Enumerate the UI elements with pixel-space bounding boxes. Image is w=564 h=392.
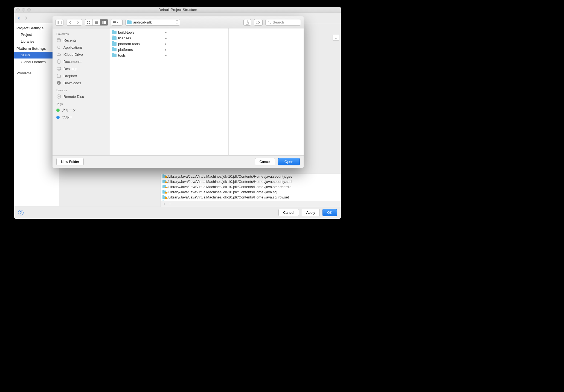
tags-header: Tags bbox=[53, 100, 110, 107]
svg-rect-26 bbox=[57, 67, 61, 70]
add-icon[interactable]: + bbox=[163, 201, 165, 206]
folder-icon bbox=[162, 185, 166, 188]
close-icon[interactable] bbox=[16, 8, 20, 11]
forward-arrow-icon[interactable] bbox=[24, 16, 28, 21]
window-title: Default Project Structure bbox=[31, 8, 325, 12]
folder-row-platforms[interactable]: platforms▶ bbox=[110, 47, 169, 52]
recents-icon bbox=[56, 38, 61, 43]
svg-rect-13 bbox=[114, 21, 115, 22]
column-view-icon[interactable] bbox=[100, 19, 108, 25]
more-button[interactable]: ... bbox=[333, 35, 339, 41]
classpath-footer: + − bbox=[161, 201, 341, 207]
remove-icon[interactable]: − bbox=[169, 201, 171, 206]
finder-cancel-button[interactable]: Cancel bbox=[255, 158, 275, 165]
finder-open-button[interactable]: Open bbox=[278, 158, 300, 165]
chevron-right-icon: ▶ bbox=[165, 48, 167, 51]
sidebar-toggle-icon[interactable] bbox=[55, 19, 63, 26]
sidebar-item-desktop[interactable]: Desktop bbox=[53, 65, 110, 72]
tag-dot-green bbox=[56, 109, 60, 112]
finder-toolbar: ⌄ android-sdk ⌃⌄ Search bbox=[53, 16, 304, 28]
chevron-right-icon: ▶ bbox=[165, 54, 167, 57]
svg-line-23 bbox=[270, 23, 271, 24]
download-icon bbox=[56, 80, 61, 85]
svg-rect-11 bbox=[105, 21, 106, 24]
folder-icon bbox=[162, 175, 166, 178]
svg-rect-12 bbox=[113, 21, 114, 22]
apply-button[interactable]: Apply bbox=[302, 209, 320, 216]
search-icon bbox=[268, 21, 271, 24]
svg-rect-15 bbox=[113, 22, 114, 23]
sidebar-item-tag-green[interactable]: グリーン bbox=[53, 107, 110, 114]
dropbox-icon bbox=[56, 73, 61, 78]
chevron-right-icon: ▶ bbox=[165, 37, 167, 40]
tags-icon[interactable] bbox=[254, 19, 263, 26]
sidebar-item-applications[interactable]: Applications bbox=[53, 44, 110, 51]
folder-row-platform-tools[interactable]: platform-tools▶ bbox=[110, 41, 169, 47]
back-arrow-icon[interactable] bbox=[17, 16, 22, 21]
sidebar-item-recents[interactable]: Recents bbox=[53, 37, 110, 44]
sidebar-item-downloads[interactable]: Downloads bbox=[53, 79, 110, 86]
classpath-row[interactable]: /Library/Java/JavaVirtualMachines/jdk-10… bbox=[161, 184, 341, 189]
document-icon bbox=[56, 59, 61, 64]
classpath-row[interactable]: /Library/Java/JavaVirtualMachines/jdk-10… bbox=[161, 189, 341, 195]
chevron-right-icon: ▶ bbox=[165, 31, 167, 34]
column-3 bbox=[229, 28, 304, 155]
sidebar-item-tag-blue[interactable]: ブルー bbox=[53, 114, 110, 121]
svg-rect-10 bbox=[104, 21, 105, 24]
svg-rect-14 bbox=[115, 21, 116, 22]
desktop-icon bbox=[56, 66, 61, 71]
folder-icon bbox=[127, 21, 132, 24]
share-icon[interactable] bbox=[243, 19, 251, 26]
svg-point-30 bbox=[57, 95, 61, 98]
traffic-lights bbox=[16, 8, 31, 11]
cancel-button[interactable]: Cancel bbox=[278, 209, 299, 216]
folder-icon bbox=[112, 48, 117, 51]
arrange-button[interactable]: ⌄ bbox=[111, 19, 123, 26]
zoom-icon[interactable] bbox=[27, 8, 31, 11]
svg-rect-17 bbox=[115, 22, 116, 23]
chevron-updown-icon: ⌃⌄ bbox=[176, 20, 178, 25]
minimize-icon[interactable] bbox=[22, 8, 25, 11]
sidebar-item-dropbox[interactable]: Dropbox bbox=[53, 72, 110, 79]
svg-point-21 bbox=[259, 22, 260, 23]
disc-icon bbox=[56, 94, 61, 99]
svg-rect-4 bbox=[87, 23, 88, 24]
folder-icon bbox=[112, 36, 117, 40]
tag-dot-blue bbox=[56, 116, 60, 119]
icon-view-icon[interactable] bbox=[85, 19, 93, 25]
help-icon[interactable]: ? bbox=[18, 210, 24, 215]
chevron-right-icon: ▶ bbox=[165, 42, 167, 45]
folder-icon bbox=[162, 180, 166, 183]
list-view-icon[interactable] bbox=[93, 19, 100, 25]
search-input[interactable]: Search bbox=[265, 19, 301, 26]
folder-icon bbox=[112, 31, 117, 34]
classpath-row[interactable]: /Library/Java/JavaVirtualMachines/jdk-10… bbox=[161, 174, 341, 179]
classpath-row[interactable]: /Library/Java/JavaVirtualMachines/jdk-10… bbox=[161, 195, 341, 200]
sidebar-item-documents[interactable]: Documents bbox=[53, 58, 110, 65]
sidebar-item-icloud[interactable]: iCloud Drive bbox=[53, 51, 110, 58]
bottom-bar: ? Cancel Apply OK bbox=[14, 206, 341, 219]
new-folder-button[interactable]: New Folder bbox=[56, 158, 84, 165]
finder-sidebar: Favorites Recents Applications iCloud Dr… bbox=[53, 28, 110, 155]
back-button[interactable] bbox=[66, 19, 74, 25]
finder-columns: build-tools▶ licenses▶ platform-tools▶ p… bbox=[110, 28, 304, 155]
search-placeholder: Search bbox=[273, 20, 284, 24]
nav-group bbox=[66, 19, 82, 26]
svg-rect-0 bbox=[57, 21, 62, 24]
folder-row-licenses[interactable]: licenses▶ bbox=[110, 35, 169, 41]
titlebar: Default Project Structure bbox=[14, 7, 341, 13]
finder-dialog: ⌄ android-sdk ⌃⌄ Search Favorites Recent… bbox=[53, 16, 304, 168]
path-selector[interactable]: android-sdk ⌃⌄ bbox=[125, 19, 180, 26]
forward-button[interactable] bbox=[74, 19, 82, 25]
folder-icon bbox=[112, 54, 117, 57]
svg-rect-9 bbox=[103, 21, 103, 24]
sidebar-item-remote-disc[interactable]: Remote Disc bbox=[53, 93, 110, 100]
svg-rect-3 bbox=[89, 21, 90, 22]
applications-icon bbox=[56, 45, 61, 50]
favorites-header: Favorites bbox=[53, 30, 110, 37]
ok-button[interactable]: OK bbox=[322, 209, 337, 216]
view-group bbox=[85, 19, 108, 26]
folder-row-tools[interactable]: tools▶ bbox=[110, 52, 169, 58]
classpath-row[interactable]: /Library/Java/JavaVirtualMachines/jdk-10… bbox=[161, 179, 341, 184]
folder-row-build-tools[interactable]: build-tools▶ bbox=[110, 30, 169, 35]
